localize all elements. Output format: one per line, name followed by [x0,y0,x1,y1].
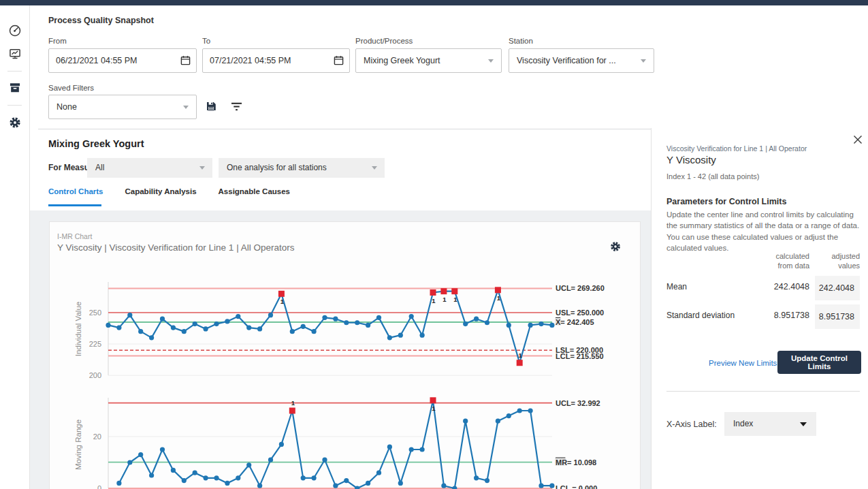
svg-text:1: 1 [291,399,295,407]
moving-range-chart-group: 200Moving RangeUCL= 32.992MR= 10.098LCL … [74,397,600,489]
analysis-mode-dropdown[interactable]: One analysis for all stations [219,158,385,178]
svg-text:0: 0 [97,484,101,489]
station-value: Viscosity Verification for ... [509,49,654,72]
control-limits-panel: Viscosity Verification for Line 1 | All … [651,128,868,489]
panel-description: Update the center line and control limit… [666,209,863,253]
panel-title: Y Viscosity [666,154,716,165]
svg-text:1: 1 [497,294,501,302]
from-date-field[interactable] [48,48,197,73]
mean-adjusted-input[interactable] [815,276,860,300]
to-date-input[interactable] [203,49,349,72]
product-process-label: Product/Process [355,37,413,45]
measure-value: All [87,158,212,178]
sidebar-item-settings[interactable] [8,116,22,129]
calendar-icon[interactable] [334,55,344,65]
chevron-down-icon [641,59,646,63]
gear-icon [8,116,22,129]
mean-label: Mean [666,282,687,291]
stddev-label: Standard deviation [666,311,735,320]
chevron-down-icon [183,106,189,109]
sidebar-item-products[interactable] [8,81,22,95]
sidebar [0,5,30,489]
update-control-limits-button[interactable]: Update Control Limits [777,351,861,374]
column-header-adjusted: adjusted values [819,252,860,271]
sidebar-item-monitoring[interactable] [8,47,22,61]
chevron-down-icon [199,166,205,170]
imr-chart: 250225200Individual ValueUCL= 269.260USL… [50,222,640,489]
tab-capability-analysis[interactable]: Capability Analysis [125,187,197,195]
svg-text:225: 225 [89,340,101,348]
svg-text:1: 1 [519,351,523,359]
column-header-calculated: calculated from data [767,252,809,271]
svg-text:X= 242.405: X= 242.405 [556,318,594,326]
chevron-down-icon [372,166,377,170]
svg-text:20: 20 [93,432,101,441]
analysis-title: Mixing Greek Yogurt [48,138,144,149]
svg-text:Moving Range: Moving Range [74,420,82,470]
svg-text:250: 250 [89,309,101,317]
individuals-chart-group: 250225200Individual ValueUCL= 269.260USL… [74,282,605,379]
xaxis-label: X-Axis Label: [666,420,717,429]
monitor-chart-icon [8,47,22,61]
svg-text:UCL= 269.260: UCL= 269.260 [556,284,605,292]
analysis-header: Mixing Greek Yogurt For Measure: All One… [30,129,651,210]
svg-text:USL= 250.000: USL= 250.000 [556,309,604,317]
from-label: From [48,37,67,45]
product-process-value: Mixing Greek Yogurt [356,49,501,72]
stddev-calculated-value: 8.951738 [741,311,809,320]
to-date-field[interactable] [202,48,350,73]
active-tab-underline [48,204,101,206]
svg-text:MR= 10.098: MR= 10.098 [556,458,596,467]
sidebar-item-dashboard[interactable] [8,24,22,37]
svg-text:LCL = 0.000: LCL = 0.000 [556,484,597,489]
svg-text:1: 1 [432,405,436,412]
sidebar-divider [7,105,22,106]
panel-divider [666,391,860,392]
archive-icon [8,81,22,95]
to-label: To [202,37,210,45]
xaxis-dropdown[interactable]: Index [724,412,816,436]
svg-text:Individual Value: Individual Value [74,302,82,356]
tab-control-charts[interactable]: Control Charts [48,187,103,195]
chevron-down-icon [488,59,494,63]
measure-dropdown[interactable]: All [87,158,212,178]
product-process-dropdown[interactable]: Mixing Greek Yogurt [355,48,502,73]
close-icon[interactable] [853,135,864,146]
filter-button[interactable] [231,101,244,115]
sidebar-divider [7,71,22,72]
station-dropdown[interactable]: Viscosity Verification for ... [509,48,654,73]
svg-text:UCL= 32.992: UCL= 32.992 [556,399,600,407]
saved-filters-value: None [49,95,196,119]
panel-subtitle: Viscosity Verification for Line 1 | All … [666,144,807,153]
panel-section-title: Parameters for Control Limits [666,197,786,206]
filter-section: Process Quality Snapshot From To Product… [30,5,868,129]
preview-new-limits-link[interactable]: Preview New Limits [709,359,777,367]
station-label: Station [509,37,533,45]
panel-index-range: Index 1 - 42 (all data points) [666,172,759,180]
saved-filters-label: Saved Filters [48,84,94,92]
tab-assignable-causes[interactable]: Assignable Causes [219,187,290,195]
caret-down-icon [800,422,807,426]
svg-text:200: 200 [89,371,101,379]
filter-icon [231,101,242,112]
svg-text:LCL= 215.550: LCL= 215.550 [556,352,604,360]
save-filter-button[interactable] [205,100,219,114]
stddev-adjusted-input[interactable] [815,304,860,329]
from-date-input[interactable] [49,49,196,72]
svg-text:1: 1 [443,296,447,303]
svg-text:1: 1 [280,298,285,305]
tab-bar: Control Charts Capability Analysis Assig… [48,187,290,195]
saved-filters-dropdown[interactable]: None [48,95,197,119]
mean-calculated-value: 242.4048 [741,282,809,291]
top-bar [0,0,868,5]
analysis-mode-value: One analysis for all stations [219,158,385,178]
page-title: Process Quality Snapshot [48,16,154,25]
gauge-icon [8,24,22,37]
imr-chart-card: I-MR Chart Y Viscosity | Viscosity Verif… [49,221,641,489]
save-icon [205,100,217,112]
svg-text:1: 1 [453,296,457,303]
svg-text:1: 1 [432,297,436,304]
calendar-icon[interactable] [180,55,191,65]
